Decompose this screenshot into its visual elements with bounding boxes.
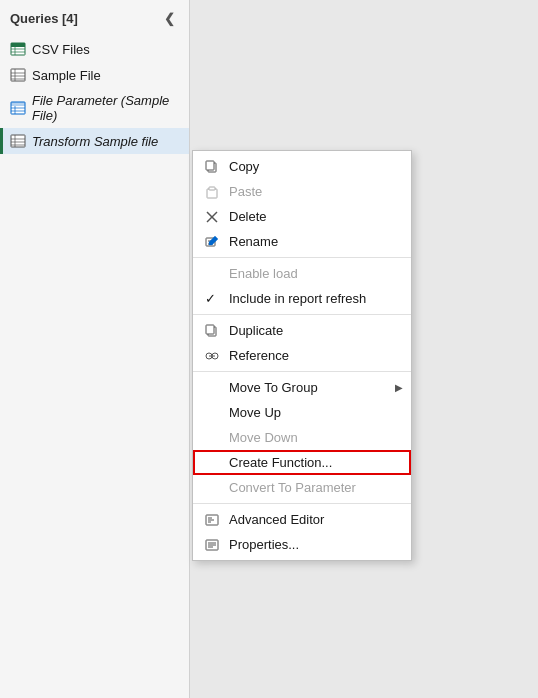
svg-rect-23 bbox=[209, 187, 215, 190]
query-item-sample-file[interactable]: Sample File bbox=[0, 62, 189, 88]
delete-icon bbox=[203, 210, 221, 224]
rename-icon bbox=[203, 235, 221, 249]
menu-item-advanced-editor[interactable]: Advanced Editor bbox=[193, 507, 411, 532]
menu-label: Enable load bbox=[229, 266, 298, 281]
menu-item-enable-load[interactable]: Enable load bbox=[193, 261, 411, 286]
menu-item-include-report[interactable]: ✓ Include in report refresh bbox=[193, 286, 411, 311]
menu-label: Include in report refresh bbox=[229, 291, 366, 306]
separator-1 bbox=[193, 257, 411, 258]
advanced-editor-icon bbox=[203, 513, 221, 527]
properties-icon bbox=[203, 538, 221, 552]
menu-item-create-function[interactable]: Create Function... bbox=[193, 450, 411, 475]
check-icon: ✓ bbox=[205, 291, 216, 306]
menu-item-move-down[interactable]: Move Down bbox=[193, 425, 411, 450]
menu-label: Move Up bbox=[229, 405, 281, 420]
menu-label: Move To Group bbox=[229, 380, 318, 395]
panel-title: Queries [4] bbox=[10, 11, 78, 26]
menu-item-delete[interactable]: Delete bbox=[193, 204, 411, 229]
query-item-transform-sample[interactable]: Transform Sample file bbox=[0, 128, 189, 154]
menu-item-copy[interactable]: Copy bbox=[193, 154, 411, 179]
menu-item-properties[interactable]: Properties... bbox=[193, 532, 411, 557]
query-label: Sample File bbox=[32, 68, 101, 83]
query-label: File Parameter (Sample File) bbox=[32, 93, 179, 123]
table-icon-param bbox=[10, 100, 26, 116]
separator-3 bbox=[193, 371, 411, 372]
query-item-file-parameter[interactable]: File Parameter (Sample File) bbox=[0, 88, 189, 128]
queries-panel: Queries [4] ❮ CSV Files bbox=[0, 0, 190, 698]
reference-icon bbox=[203, 349, 221, 363]
separator-2 bbox=[193, 314, 411, 315]
menu-label: Reference bbox=[229, 348, 289, 363]
duplicate-icon bbox=[203, 324, 221, 338]
menu-item-move-up[interactable]: Move Up bbox=[193, 400, 411, 425]
svg-rect-21 bbox=[206, 161, 214, 170]
menu-label: Move Down bbox=[229, 430, 298, 445]
menu-label: Create Function... bbox=[229, 455, 332, 470]
query-item-csv-files[interactable]: CSV Files bbox=[0, 36, 189, 62]
separator-4 bbox=[193, 503, 411, 504]
svg-rect-11 bbox=[11, 102, 25, 106]
paste-icon bbox=[203, 185, 221, 199]
panel-header: Queries [4] ❮ bbox=[0, 0, 189, 36]
collapse-button[interactable]: ❮ bbox=[159, 8, 179, 28]
copy-icon bbox=[203, 160, 221, 174]
menu-item-duplicate[interactable]: Duplicate bbox=[193, 318, 411, 343]
svg-rect-1 bbox=[11, 43, 25, 47]
menu-label: Paste bbox=[229, 184, 262, 199]
menu-item-convert-parameter[interactable]: Convert To Parameter bbox=[193, 475, 411, 500]
menu-label: Delete bbox=[229, 209, 267, 224]
menu-item-paste[interactable]: Paste bbox=[193, 179, 411, 204]
context-menu: Copy Paste Delete bbox=[192, 150, 412, 561]
menu-item-move-to-group[interactable]: Move To Group ▶ bbox=[193, 375, 411, 400]
submenu-arrow-icon: ▶ bbox=[395, 382, 403, 393]
menu-item-rename[interactable]: Rename bbox=[193, 229, 411, 254]
menu-label: Copy bbox=[229, 159, 259, 174]
menu-item-reference[interactable]: Reference bbox=[193, 343, 411, 368]
query-label: Transform Sample file bbox=[32, 134, 158, 149]
table-icon-transform bbox=[10, 133, 26, 149]
menu-label: Convert To Parameter bbox=[229, 480, 356, 495]
table-icon-sample bbox=[10, 67, 26, 83]
menu-label: Properties... bbox=[229, 537, 299, 552]
menu-label: Advanced Editor bbox=[229, 512, 324, 527]
table-icon-csv bbox=[10, 41, 26, 57]
svg-rect-30 bbox=[206, 325, 214, 334]
query-list: CSV Files Sample File bbox=[0, 36, 189, 154]
query-label: CSV Files bbox=[32, 42, 90, 57]
menu-label: Duplicate bbox=[229, 323, 283, 338]
menu-label: Rename bbox=[229, 234, 278, 249]
